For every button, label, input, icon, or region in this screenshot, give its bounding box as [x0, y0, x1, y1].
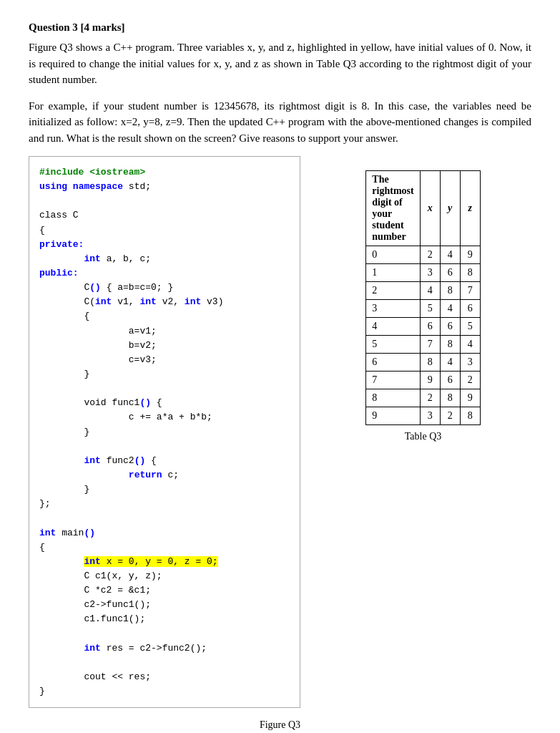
col-header-z: z — [460, 171, 480, 246]
col-header-x: x — [420, 171, 440, 246]
col-header-digit: Therightmostdigit ofyourstudentnumber — [366, 171, 420, 246]
table-cell: 4 — [440, 246, 460, 264]
table-cell: 2 — [440, 407, 460, 425]
table-cell: 4 — [440, 300, 460, 318]
paragraph1: Figure Q3 shows a C++ program. Three var… — [29, 39, 531, 88]
table-cell: 8 — [440, 389, 460, 407]
table-cell: 3 — [366, 300, 420, 318]
table-cell: 6 — [440, 318, 460, 336]
table-cell: 3 — [420, 407, 440, 425]
table-cell: 8 — [366, 389, 420, 407]
table-cell: 4 — [440, 354, 460, 372]
table-row: 2487 — [366, 282, 480, 300]
table-cell: 3 — [460, 354, 480, 372]
table-cell: 6 — [420, 318, 440, 336]
table-cell: 4 — [366, 318, 420, 336]
table-cell: 2 — [420, 389, 440, 407]
table-cell: 2 — [420, 246, 440, 264]
table-cell: 1 — [366, 264, 420, 282]
table-cell: 8 — [440, 336, 460, 354]
table-cell: 0 — [366, 246, 420, 264]
table-cell: 5 — [460, 318, 480, 336]
table-cell: 5 — [366, 336, 420, 354]
table-row: 9328 — [366, 407, 480, 425]
table-cell: 7 — [366, 372, 420, 389]
table-cell: 8 — [460, 407, 480, 425]
table-cell: 6 — [366, 354, 420, 372]
table-row: 4665 — [366, 318, 480, 336]
table-row: 6843 — [366, 354, 480, 372]
question-title: Question 3 [4 marks] — [29, 21, 531, 34]
table-row: 7962 — [366, 372, 480, 389]
table-cell: 9 — [460, 246, 480, 264]
table-cell: 5 — [420, 300, 440, 318]
code-box: #include <iostream> using namespace std;… — [29, 156, 300, 708]
table-cell: 9 — [366, 407, 420, 425]
table-cell: 3 — [420, 264, 440, 282]
table-cell: 6 — [440, 372, 460, 389]
table-cell: 2 — [460, 372, 480, 389]
table-cell: 8 — [440, 282, 460, 300]
table-row: 1368 — [366, 264, 480, 282]
table-cell: 8 — [460, 264, 480, 282]
right-area: Therightmostdigit ofyourstudentnumber x … — [315, 156, 531, 708]
table-cell: 2 — [366, 282, 420, 300]
table-cell: 9 — [460, 389, 480, 407]
col-header-y: y — [440, 171, 460, 246]
table-cell: 7 — [420, 336, 440, 354]
table-row: 0249 — [366, 246, 480, 264]
table-label: Table Q3 — [405, 431, 442, 442]
figure-label: Figure Q3 — [29, 719, 531, 731]
table-row: 8289 — [366, 389, 480, 407]
table-cell: 8 — [420, 354, 440, 372]
paragraph2: For example, if your student number is 1… — [29, 98, 531, 147]
table-cell: 6 — [460, 300, 480, 318]
q3-table: Therightmostdigit ofyourstudentnumber x … — [365, 170, 480, 425]
table-cell: 9 — [420, 372, 440, 389]
table-cell: 6 — [440, 264, 460, 282]
table-row: 3546 — [366, 300, 480, 318]
table-cell: 7 — [460, 282, 480, 300]
table-row: 5784 — [366, 336, 480, 354]
table-cell: 4 — [460, 336, 480, 354]
table-cell: 4 — [420, 282, 440, 300]
